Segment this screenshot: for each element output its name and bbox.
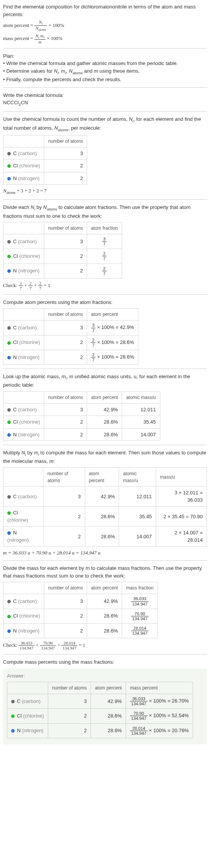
ap-num: Ni bbox=[34, 20, 47, 26]
plan-bullet-2: • Determine values for Ni, mi, Natoms an… bbox=[3, 67, 207, 76]
atom-fraction-table: number of atoms atom fraction C (carbon)… bbox=[3, 222, 122, 279]
count-value: 2 bbox=[44, 264, 87, 278]
count-a: Use the chemical formula to count the nu… bbox=[3, 116, 129, 122]
table-header-row: number of atoms atom percent atomic mass… bbox=[3, 467, 207, 486]
element-cell: N (nitrogen) bbox=[3, 172, 44, 185]
el-sym: C bbox=[13, 150, 17, 156]
el-sym: N bbox=[13, 530, 17, 536]
el-sym: Cl bbox=[13, 339, 18, 345]
count-c: , per molecule: bbox=[68, 125, 101, 131]
mfrac-cell: 70.90134.947 bbox=[122, 609, 158, 623]
el-name: (nitrogen) bbox=[18, 175, 40, 181]
f-d: 7 bbox=[91, 343, 96, 347]
chlorine-dot-icon bbox=[7, 255, 11, 258]
mass-frac-heading: Divide the mass for each element by m to… bbox=[3, 564, 207, 579]
count-value: 2 bbox=[44, 416, 87, 429]
element-cell: Cl (chlorine) bbox=[3, 249, 44, 264]
el-name: (carbon) bbox=[18, 239, 37, 244]
th-masspct: mass percent bbox=[126, 682, 193, 694]
element-cell: N (nitrogen) bbox=[3, 350, 44, 364]
th-natoms: number of atoms bbox=[44, 135, 87, 147]
amass-value: 14.007 bbox=[122, 428, 160, 441]
th-massu: mass/u bbox=[156, 467, 207, 486]
mass-calc-table: number of atoms atom percent atomic mass… bbox=[3, 467, 207, 547]
count-value: 2 bbox=[44, 160, 87, 172]
count-value: 2 bbox=[44, 249, 87, 264]
ap-label: atom percent = bbox=[3, 22, 34, 28]
el-name: (nitrogen) bbox=[22, 728, 44, 733]
table-row: C (carbon) 3 42.9% 36.033134.947 × 100% … bbox=[7, 694, 193, 709]
table-row: Cl (chlorine) 2 bbox=[3, 160, 87, 172]
nitrogen-dot-icon bbox=[7, 177, 11, 180]
element-cell: C (carbon) bbox=[3, 147, 44, 160]
table-header-row: number of atoms atom percent bbox=[3, 309, 138, 320]
el-sym: Cl bbox=[13, 613, 18, 619]
f-n: 2 bbox=[91, 352, 96, 357]
m-equation: m = 36.033 u + 70.90 u + 28.014 u = 134.… bbox=[3, 549, 207, 557]
mpct-tail: × 100% = 20.76% bbox=[148, 728, 189, 733]
ap-fraction: Ni Natoms bbox=[34, 20, 47, 32]
th-atompct: atom percent bbox=[87, 582, 122, 594]
el-name: (chlorine) bbox=[19, 613, 40, 619]
divider bbox=[3, 111, 207, 112]
carbon-dot-icon bbox=[7, 408, 11, 412]
count-value: 3 bbox=[44, 594, 87, 609]
f-d: 134.947 bbox=[130, 731, 148, 736]
atomic-mass-block: Look up the atomic mass, mi, in unified … bbox=[3, 373, 207, 441]
f-d: 134.947 bbox=[18, 646, 35, 650]
el-name: (chlorine) bbox=[19, 339, 40, 345]
table-row: Cl (chlorine) 2 28.6% 70.90134.947 × 100… bbox=[7, 709, 193, 723]
frac-den: 7 bbox=[102, 242, 107, 246]
carbon-dot-icon bbox=[7, 600, 11, 603]
carbon-dot-icon bbox=[7, 240, 11, 244]
plan-bullet-1: • Write the chemical formula and gather … bbox=[3, 60, 207, 67]
count-value: 3 bbox=[44, 234, 87, 249]
th-empty bbox=[3, 222, 44, 234]
pct-value: 28.6% bbox=[87, 428, 122, 441]
count-value: 2 bbox=[44, 428, 87, 441]
table-row: N (nitrogen) 2 28.6% 14.007 2 × 14.007 =… bbox=[3, 526, 207, 546]
table-row: C (carbon) 3 42.9% 36.033134.947 bbox=[3, 594, 158, 609]
table-row: N (nitrogen) 2 27 × 100% = 28.6% bbox=[3, 350, 138, 364]
nitrogen-dot-icon bbox=[7, 433, 11, 437]
el-name: (carbon) bbox=[18, 494, 37, 499]
table-header-row: number of atoms atom percent atomic mass… bbox=[3, 391, 160, 403]
count-ni: Ni bbox=[129, 116, 134, 122]
count-value: 2 bbox=[43, 506, 85, 526]
th-atompct: atom percent bbox=[87, 391, 122, 403]
table-row: Cl (chlorine) 2 28.6% 35.45 2 × 35.45 = … bbox=[3, 506, 207, 526]
element-cell: N (nitrogen) bbox=[3, 526, 44, 546]
el-sym: C bbox=[13, 494, 17, 499]
th-atompct: atom percent bbox=[87, 309, 138, 320]
f-n: 3 bbox=[91, 323, 96, 328]
atom-pct-heading: Compute atom percents using the atom fra… bbox=[3, 299, 207, 306]
mfrac-cell: 36.033134.947 bbox=[122, 594, 158, 609]
pct-value: 28.6% bbox=[87, 609, 122, 623]
f-n: 70.90 bbox=[131, 611, 149, 616]
plan-b2-and: and bbox=[83, 68, 94, 74]
element-cell: C (carbon) bbox=[3, 234, 44, 249]
check-2: Check: 36.033134.947 + 70.90134.947 + 28… bbox=[3, 641, 207, 650]
th-atompct: atom percent bbox=[85, 467, 119, 486]
el-name: (carbon) bbox=[18, 325, 37, 331]
el-name: (nitrogen) bbox=[18, 628, 40, 634]
f-n: 36.033 bbox=[130, 696, 148, 701]
element-cell: C (carbon) bbox=[7, 694, 48, 709]
element-cell: Cl (chlorine) bbox=[3, 335, 44, 350]
frac-a: Divide each bbox=[3, 204, 31, 210]
count-natoms: Natoms bbox=[54, 125, 68, 131]
nitrogen-dot-icon bbox=[7, 269, 11, 273]
el-name: (carbon) bbox=[18, 150, 37, 156]
frac-num: 2 bbox=[102, 251, 107, 256]
pct-value: 28.6% bbox=[91, 709, 126, 723]
count-value: 3 bbox=[44, 147, 87, 160]
massu-value: 2 × 35.45 = 70.90 bbox=[156, 506, 207, 526]
f-d: 7 bbox=[28, 286, 33, 290]
f-d: 134.947 bbox=[130, 716, 148, 721]
pct-cell: 27 × 100% = 28.6% bbox=[87, 350, 138, 364]
f-d: 7 bbox=[91, 328, 96, 333]
frac-num: 3 bbox=[102, 237, 107, 242]
mp-tail: × 100% bbox=[47, 35, 62, 41]
table-row: C (carbon) 3 42.9% 12.011 bbox=[3, 403, 160, 416]
plan-b2-m: m bbox=[94, 68, 98, 74]
